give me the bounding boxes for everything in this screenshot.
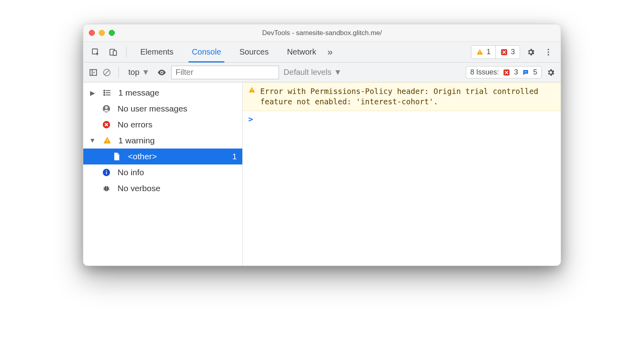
tab-elements[interactable]: Elements <box>133 42 181 62</box>
device-toolbar-icon[interactable] <box>106 45 120 59</box>
svg-line-12 <box>105 70 109 74</box>
svg-point-7 <box>548 51 549 53</box>
issues-label: 8 Issues: <box>470 68 499 76</box>
window-controls <box>89 30 115 36</box>
console-toolbar: top ▼ Default levels ▼ 8 Issues: 3 5 <box>83 63 561 82</box>
titlebar: DevTools - samesite-sandbox.glitch.me/ <box>83 24 561 42</box>
dropdown-caret-icon: ▼ <box>142 68 150 77</box>
sidebar-user-label: No user messages <box>118 104 187 113</box>
list-icon <box>102 88 113 97</box>
svg-rect-2 <box>113 51 116 55</box>
svg-point-21 <box>104 94 105 96</box>
console-settings-icon[interactable] <box>546 68 555 77</box>
svg-rect-26 <box>107 142 108 143</box>
tabbar-divider <box>126 47 127 58</box>
maximize-window-button[interactable] <box>109 30 115 36</box>
prompt-caret-icon: > <box>248 114 253 124</box>
sidebar-warnings[interactable]: ▼ 1 warning <box>83 133 242 149</box>
status-badges[interactable]: 1 3 <box>471 45 520 59</box>
sidebar-warnings-label: 1 warning <box>118 136 155 145</box>
bug-icon <box>101 184 112 193</box>
warning-icon <box>102 136 113 145</box>
close-window-button[interactable] <box>89 30 95 36</box>
svg-rect-28 <box>106 172 107 174</box>
levels-selector[interactable]: Default levels ▼ <box>284 68 342 77</box>
tab-sources[interactable]: Sources <box>232 42 276 62</box>
sidebar-other-label: <other> <box>128 152 157 161</box>
inspect-element-icon[interactable] <box>89 45 102 59</box>
devtools-window: DevTools - samesite-sandbox.glitch.me/ E… <box>83 24 561 266</box>
console-sidebar: ▶ 1 message No user messages No errors <box>83 82 243 266</box>
clear-console-icon[interactable] <box>102 68 111 77</box>
warning-icon <box>476 49 483 56</box>
levels-label: Default levels <box>284 68 332 77</box>
svg-point-13 <box>161 72 163 73</box>
context-label: top <box>128 68 139 77</box>
live-expression-icon[interactable] <box>157 68 167 77</box>
warning-text: Error with Permissions-Policy header: Or… <box>260 86 555 107</box>
collapse-caret-icon: ▼ <box>89 137 96 144</box>
more-tabs-icon[interactable]: » <box>328 47 333 58</box>
main-tabbar: Elements Console Sources Network » 1 3 <box>83 42 561 63</box>
sidebar-messages-label: 1 message <box>118 88 159 98</box>
sidebar-other-count: 1 <box>232 152 237 161</box>
filter-input[interactable] <box>171 66 279 79</box>
svg-rect-33 <box>251 91 252 92</box>
console-prompt[interactable]: > <box>243 111 561 127</box>
chat-icon <box>522 69 529 76</box>
window-title: DevTools - samesite-sandbox.glitch.me/ <box>83 29 561 37</box>
error-icon <box>503 69 510 76</box>
issues-errors: 3 <box>514 68 518 76</box>
tab-console[interactable]: Console <box>185 42 228 62</box>
svg-point-6 <box>548 49 549 50</box>
more-options-icon[interactable] <box>542 45 555 59</box>
settings-icon[interactable] <box>524 45 538 59</box>
sidebar-verbose[interactable]: No verbose <box>83 180 242 196</box>
sidebar-errors[interactable]: No errors <box>83 117 242 133</box>
sidebar-user-messages[interactable]: No user messages <box>83 101 242 117</box>
user-icon <box>101 104 112 113</box>
sidebar-info-label: No info <box>118 168 144 177</box>
sidebar-messages[interactable]: ▶ 1 message <box>83 85 242 101</box>
file-icon <box>111 152 122 161</box>
console-output: Error with Permissions-Policy header: Or… <box>243 82 561 266</box>
issues-other: 5 <box>533 68 537 76</box>
sidebar-verbose-label: No verbose <box>118 184 160 193</box>
svg-rect-32 <box>251 89 252 91</box>
svg-point-8 <box>548 54 549 55</box>
svg-rect-29 <box>106 170 107 171</box>
tab-network[interactable]: Network <box>280 42 323 62</box>
sidebar-other[interactable]: <other> 1 <box>83 149 242 164</box>
minimize-window-button[interactable] <box>99 30 105 36</box>
svg-point-19 <box>104 90 105 91</box>
console-warning-row[interactable]: Error with Permissions-Policy header: Or… <box>243 82 561 111</box>
info-icon <box>101 168 112 177</box>
svg-rect-4 <box>479 53 480 54</box>
svg-rect-3 <box>479 51 480 53</box>
svg-point-23 <box>105 106 108 109</box>
error-count: 3 <box>511 48 515 56</box>
toolbar-divider <box>118 67 119 78</box>
svg-point-20 <box>104 92 105 94</box>
error-icon <box>101 120 112 129</box>
context-selector[interactable]: top ▼ <box>126 67 152 78</box>
error-icon <box>501 49 508 56</box>
sidebar-info[interactable]: No info <box>83 164 242 180</box>
toggle-sidebar-icon[interactable] <box>89 68 98 77</box>
sidebar-errors-label: No errors <box>118 120 153 129</box>
dropdown-caret-icon: ▼ <box>334 68 342 77</box>
issues-button[interactable]: 8 Issues: 3 5 <box>466 66 542 78</box>
warning-count: 1 <box>487 48 491 56</box>
svg-rect-25 <box>107 139 108 141</box>
warning-icon <box>248 86 255 107</box>
console-body: ▶ 1 message No user messages No errors <box>83 82 561 266</box>
expand-caret-icon: ▶ <box>89 89 96 97</box>
